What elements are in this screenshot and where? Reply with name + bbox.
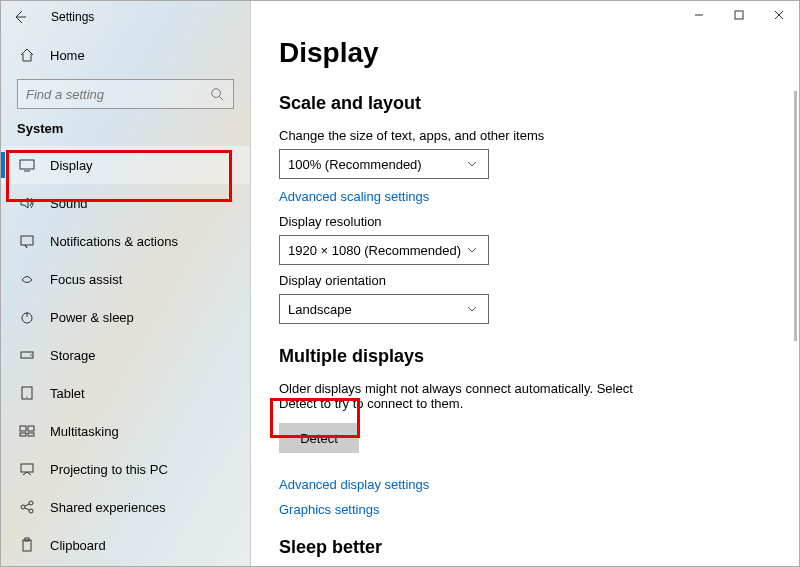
svg-point-7 [26,396,27,397]
search-icon [209,86,225,102]
sound-icon [19,195,35,211]
search-input[interactable] [26,87,209,102]
detect-button[interactable]: Detect [279,423,359,453]
sidebar: Settings Home System Display Sound [1,1,251,566]
svg-rect-18 [735,11,743,19]
power-icon [19,309,35,325]
sidebar-item-projecting[interactable]: Projecting to this PC [1,450,250,488]
sidebar-item-label: Storage [50,348,96,363]
sidebar-home[interactable]: Home [1,37,250,73]
tablet-icon [19,385,35,401]
focus-assist-icon [19,271,35,287]
sidebar-item-label: Multitasking [50,424,119,439]
notifications-icon [19,233,35,249]
resolution-value: 1920 × 1080 (Recommended) [288,243,461,258]
svg-rect-11 [28,433,34,436]
close-button[interactable] [759,1,799,29]
titlebar: Settings [1,1,250,33]
resolution-dropdown[interactable]: 1920 × 1080 (Recommended) [279,235,489,265]
scale-value: 100% (Recommended) [288,157,422,172]
clipboard-icon [19,537,35,553]
multitasking-icon [19,423,35,439]
back-button[interactable] [7,4,33,30]
scale-dropdown[interactable]: 100% (Recommended) [279,149,489,179]
sidebar-item-clipboard[interactable]: Clipboard [1,526,250,564]
sidebar-item-notifications[interactable]: Notifications & actions [1,222,250,260]
orientation-label: Display orientation [279,273,799,288]
svg-point-13 [21,505,25,509]
svg-rect-9 [28,426,34,431]
window-controls [679,1,799,29]
window-title: Settings [51,10,94,24]
search-box[interactable] [17,79,234,109]
sidebar-item-label: Notifications & actions [50,234,178,249]
sidebar-item-label: Projecting to this PC [50,462,168,477]
graphics-settings-link[interactable]: Graphics settings [279,502,799,517]
sidebar-item-focus-assist[interactable]: Focus assist [1,260,250,298]
resolution-label: Display resolution [279,214,799,229]
sidebar-item-display[interactable]: Display [1,146,250,184]
sidebar-item-label: Focus assist [50,272,122,287]
sidebar-item-shared-experiences[interactable]: Shared experiences [1,488,250,526]
sidebar-item-label: Shared experiences [50,500,166,515]
multiple-displays-heading: Multiple displays [279,346,799,367]
projecting-icon [19,461,35,477]
scale-label: Change the size of text, apps, and other… [279,128,799,143]
home-icon [19,47,35,63]
sidebar-item-sound[interactable]: Sound [1,184,250,222]
svg-point-14 [29,501,33,505]
sidebar-item-label: Clipboard [50,538,106,553]
chevron-down-icon [464,156,480,172]
svg-rect-8 [20,426,26,431]
sidebar-item-label: Tablet [50,386,85,401]
sidebar-item-power-sleep[interactable]: Power & sleep [1,298,250,336]
orientation-value: Landscape [288,302,352,317]
sidebar-item-multitasking[interactable]: Multitasking [1,412,250,450]
svg-rect-10 [20,433,26,436]
scale-heading: Scale and layout [279,93,799,114]
chevron-down-icon [464,242,480,258]
sidebar-item-storage[interactable]: Storage [1,336,250,374]
advanced-scaling-link[interactable]: Advanced scaling settings [279,189,799,204]
svg-rect-2 [21,236,33,245]
sidebar-item-label: Display [50,158,93,173]
minimize-button[interactable] [679,1,719,29]
svg-rect-1 [20,160,34,169]
svg-point-15 [29,509,33,513]
orientation-dropdown[interactable]: Landscape [279,294,489,324]
maximize-button[interactable] [719,1,759,29]
content-area: Display Scale and layout Change the size… [251,1,799,566]
shared-icon [19,499,35,515]
svg-rect-12 [21,464,33,472]
svg-point-5 [30,354,31,355]
sidebar-item-label: Power & sleep [50,310,134,325]
scrollbar-thumb[interactable] [794,91,797,341]
chevron-down-icon [464,301,480,317]
page-title: Display [279,37,799,69]
sidebar-item-tablet[interactable]: Tablet [1,374,250,412]
sidebar-nav: Display Sound Notifications & actions Fo… [1,146,250,564]
sleep-better-heading: Sleep better [279,537,799,558]
advanced-display-link[interactable]: Advanced display settings [279,477,799,492]
sidebar-item-label: Sound [50,196,88,211]
display-icon [19,157,35,173]
storage-icon [19,347,35,363]
sidebar-home-label: Home [50,48,85,63]
svg-point-0 [212,89,221,98]
sidebar-section-label: System [17,121,250,136]
multiple-displays-text: Older displays might not always connect … [279,381,659,411]
svg-rect-16 [23,540,31,551]
